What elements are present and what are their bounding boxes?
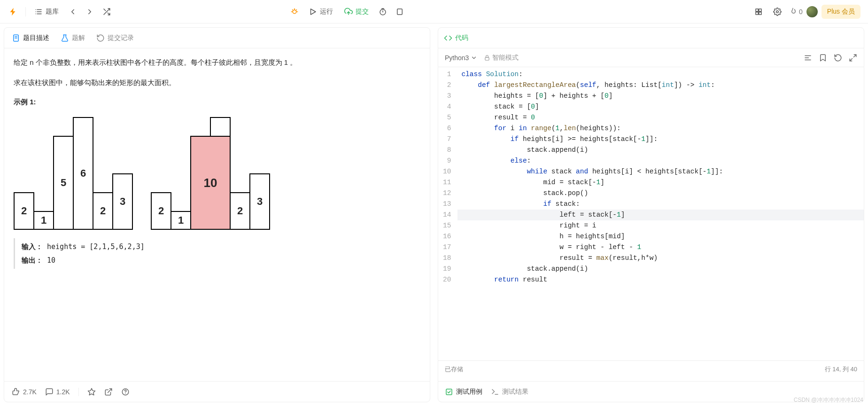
play-icon [309, 8, 317, 16]
chevron-right-icon [85, 8, 94, 16]
code-footer: 已存储 行 14, 列 40 [438, 360, 864, 377]
topbar: 题库 运行 提交 0 Plus 会员 [0, 0, 868, 23]
share-button[interactable] [104, 388, 113, 396]
svg-marker-30 [88, 388, 95, 395]
cursor-position: 行 14, 列 40 [825, 365, 857, 374]
file-icon [12, 34, 20, 42]
bar: 2 [230, 192, 250, 230]
example-figure: 215623 212310 [14, 112, 420, 230]
prev-button[interactable] [65, 4, 80, 19]
code-lines[interactable]: class Solution: def largestRectangleArea… [457, 67, 864, 360]
flask-icon [61, 34, 69, 42]
problem-panel: 题目描述 题解 提交记录 给定 n 个非负整数，用来表示柱状图中各个柱子的高度。… [4, 27, 430, 402]
bar: 3 [112, 173, 133, 230]
svg-marker-15 [311, 9, 316, 15]
svg-rect-40 [446, 389, 452, 395]
tab-description[interactable]: 题目描述 [10, 31, 51, 45]
svg-rect-22 [759, 9, 761, 11]
layout-button[interactable] [751, 4, 766, 19]
problem-body: 给定 n 个非负整数，用来表示柱状图中各个柱子的高度。每个柱子彼此相邻，且宽度为… [4, 48, 430, 381]
bar: 1 [170, 211, 191, 230]
plus-button[interactable]: Plus 会员 [822, 5, 860, 19]
tab-testresults[interactable]: 测试结果 [491, 388, 528, 396]
watermark: CSDN @冲冲冲冲冲冲1024 [794, 396, 863, 404]
smart-mode-toggle[interactable]: 智能模式 [484, 54, 519, 62]
favorite-button[interactable] [87, 388, 96, 396]
code-header: 代码 [438, 28, 864, 48]
streak-counter[interactable]: 0 [789, 8, 803, 16]
code-title[interactable]: 代码 [444, 34, 468, 42]
fullscreen-icon[interactable] [849, 54, 857, 62]
input-value: heights = [2,1,5,6,2,3] [47, 242, 145, 251]
history-icon [96, 34, 105, 42]
comment-icon [45, 388, 54, 396]
output-value: 10 [47, 256, 55, 265]
avatar[interactable] [806, 6, 818, 17]
svg-rect-21 [756, 9, 758, 11]
problem-p1: 给定 n 个非负整数，用来表示柱状图中各个柱子的高度。每个柱子彼此相邻，且宽度为… [14, 56, 420, 70]
problem-p2: 求在该柱状图中，能够勾勒出来的矩形的最大面积。 [14, 76, 420, 90]
bookmark-icon[interactable] [819, 54, 827, 62]
lock-icon [484, 55, 490, 61]
like-button[interactable]: 2.7K [12, 388, 37, 396]
tab-submissions[interactable]: 提交记录 [94, 31, 136, 45]
bug-icon [290, 8, 299, 16]
submit-button[interactable]: 提交 [340, 5, 373, 19]
svg-rect-23 [756, 12, 758, 14]
star-icon [87, 388, 96, 396]
chevron-left-icon [69, 8, 77, 16]
help-button[interactable] [121, 388, 130, 396]
svg-line-14 [296, 9, 297, 10]
clock-icon [379, 8, 387, 16]
svg-point-25 [776, 10, 779, 13]
submit-label: 提交 [356, 8, 369, 16]
grid-icon [754, 8, 763, 16]
upload-cloud-icon [344, 8, 353, 16]
svg-rect-24 [759, 12, 761, 14]
bar: 6 [73, 117, 93, 230]
format-icon[interactable] [804, 54, 812, 62]
svg-line-13 [293, 9, 294, 10]
svg-line-38 [854, 55, 856, 57]
tab-testcases[interactable]: 测试用例 [445, 388, 482, 396]
next-button[interactable] [82, 4, 97, 19]
external-link-icon [104, 388, 113, 396]
bar: 2 [151, 192, 171, 230]
problem-tabs: 题目描述 题解 提交记录 [4, 28, 430, 48]
svg-line-8 [104, 9, 106, 11]
save-status: 已存储 [445, 365, 463, 374]
language-selector[interactable]: Python3 [445, 54, 477, 62]
problem-footer: 2.7K 1.2K [4, 381, 430, 402]
svg-line-39 [850, 58, 852, 61]
timer-button[interactable] [375, 4, 390, 19]
library-label: 题库 [46, 8, 59, 16]
example-title: 示例 1: [14, 98, 420, 107]
tab-solution[interactable]: 题解 [59, 31, 87, 45]
help-icon [121, 388, 130, 396]
debug-button[interactable] [287, 4, 302, 19]
run-button[interactable]: 运行 [304, 5, 338, 19]
notes-button[interactable] [392, 4, 407, 19]
check-square-icon [445, 388, 453, 396]
settings-button[interactable] [770, 4, 785, 19]
input-label: 输入： [22, 242, 43, 251]
output-label: 输出： [22, 256, 43, 265]
flame-icon [789, 8, 797, 16]
logo-icon[interactable] [8, 7, 18, 17]
code-icon [444, 34, 452, 42]
code-panel: 代码 Python3 智能模式 123456789101112131415161… [438, 27, 864, 402]
bar: 1 [33, 211, 54, 230]
comment-button[interactable]: 1.2K [45, 388, 70, 396]
histogram-1: 215623 [14, 112, 132, 230]
gear-icon [773, 8, 782, 16]
note-icon [395, 8, 404, 16]
streak-value: 0 [799, 8, 803, 16]
shuffle-button[interactable] [99, 4, 114, 19]
reset-icon[interactable] [834, 54, 842, 62]
bar: 5 [53, 136, 74, 230]
code-editor[interactable]: 1234567891011121314151617181920 class So… [438, 67, 864, 360]
histogram-2: 212310 [151, 112, 269, 230]
bar: 2 [14, 192, 34, 230]
example-io: 输入： heights = [2,1,5,6,2,3] 输出： 10 [14, 238, 420, 269]
library-button[interactable]: 题库 [30, 5, 63, 19]
